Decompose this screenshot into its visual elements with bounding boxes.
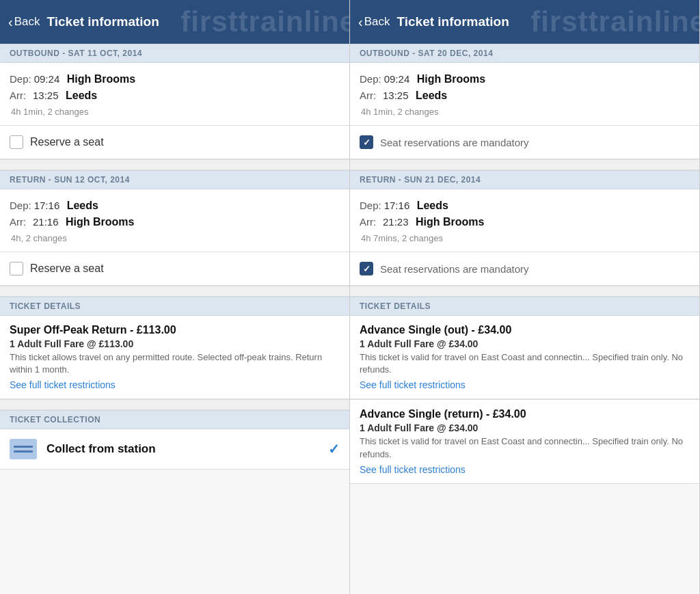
right-back-chevron-icon: ‹ [358,15,363,29]
left-outbound-dep-time: 09:24 [34,72,64,87]
left-collection-icon-line1 [14,446,33,448]
right-header-title: Ticket information [396,14,509,29]
right-outbound-journey-card: Dep: 09:24 High Brooms Arr: 13:25 Leeds … [350,63,699,126]
right-outbound-section-label: OUTBOUND - SAT 20 DEC, 2014 [350,44,699,63]
right-spacer-1 [350,159,699,170]
right-return-dep-station: Leeds [417,198,448,214]
left-return-arr-station: High Brooms [66,214,134,230]
right-return-mandatory-checkbox [360,262,373,275]
left-return-times: Dep: 17:16 Leeds Arr: 21:16 High Brooms [10,198,340,230]
left-return-reserve-row[interactable]: Reserve a seat [0,252,349,286]
right-outbound-dep-row: Dep: 09:24 High Brooms [360,71,690,87]
left-collection-checkmark-icon: ✓ [328,441,340,457]
left-outbound-meta: 4h 1min, 2 changes [11,107,340,117]
left-outbound-dep-station: High Brooms [67,71,135,87]
left-ticket-details-card: Super Off-Peak Return - £113.00 1 Adult … [0,316,349,399]
left-return-meta: 4h, 2 changes [11,233,340,243]
right-outbound-mandatory-row: Seat reservations are mandatory [350,126,699,159]
right-return-dep-label: Dep: [360,198,381,214]
left-ticket-desc: This ticket allows travel on any permitt… [10,351,340,376]
left-outbound-section-label: OUTBOUND - SAT 11 OCT, 2014 [0,44,349,63]
left-outbound-reserve-row[interactable]: Reserve a seat [0,126,349,159]
left-collection-label: Collect from station [46,442,319,456]
right-return-arr-row: Arr: 21:23 High Brooms [360,214,690,230]
left-outbound-arr-row: Arr: 13:25 Leeds [10,87,340,104]
left-return-journey-card: Dep: 17:16 Leeds Arr: 21:16 High Brooms … [0,189,349,252]
left-back-chevron-icon: ‹ [8,15,13,29]
right-outbound-dep-station: High Brooms [417,71,485,87]
left-ticket-fare: 1 Adult Full Fare @ £113.00 [10,338,340,349]
right-ticket2-fare: 1 Adult Full Fare @ £34.00 [360,422,690,433]
left-ticket-details-label: TICKET DETAILS [0,297,349,316]
right-header: ‹ Back Ticket information firsttrainline [350,0,699,44]
left-outbound-dep-row: Dep: 09:24 High Brooms [10,71,340,87]
right-ticket1-card: Advance Single (out) - £34.00 1 Adult Fu… [350,316,699,399]
right-return-dep-row: Dep: 17:16 Leeds [360,198,690,214]
left-spacer-1 [0,159,349,170]
left-collection-icon [10,439,37,459]
right-return-arr-time: 21:23 [383,215,413,230]
left-outbound-times: Dep: 09:24 High Brooms Arr: 13:25 Leeds [10,71,340,104]
left-ticket-name: Super Off-Peak Return - £113.00 [10,324,340,336]
left-return-dep-station: Leeds [67,198,98,214]
left-collection-card[interactable]: Collect from station ✓ [0,429,349,470]
left-return-arr-time: 21:16 [33,215,63,230]
left-return-reserve-checkbox[interactable] [10,262,23,275]
left-header: ‹ Back Ticket information firsttrainline [0,0,349,44]
left-return-arr-label: Arr: [10,215,30,230]
right-back-button[interactable]: ‹ Back [358,15,390,29]
left-return-dep-time: 17:16 [34,198,64,214]
right-ticket2-link[interactable]: See full ticket restrictions [360,464,690,475]
left-outbound-reserve-checkbox[interactable] [10,135,23,149]
left-return-arr-row: Arr: 21:16 High Brooms [10,214,340,230]
right-ticket1-fare: 1 Adult Full Fare @ £34.00 [360,338,690,349]
left-outbound-reserve-label: Reserve a seat [30,136,104,148]
left-return-dep-label: Dep: [10,198,31,214]
left-header-title: Ticket information [46,14,159,29]
right-ticket1-link[interactable]: See full ticket restrictions [360,379,690,390]
right-return-mandatory-label: Seat reservations are mandatory [380,263,529,275]
right-ticket1-name: Advance Single (out) - £34.00 [360,324,690,336]
right-outbound-times: Dep: 09:24 High Brooms Arr: 13:25 Leeds [360,71,690,104]
left-back-button[interactable]: ‹ Back [8,15,40,29]
right-return-arr-label: Arr: [360,215,380,230]
right-spacer-2 [350,286,699,297]
right-return-section-label: RETURN - SUN 21 DEC, 2014 [350,170,699,189]
right-ticket2-desc: This ticket is valid for travel on East … [360,435,690,460]
left-spacer-2 [0,286,349,297]
left-collection-section-label: TICKET COLLECTION [0,410,349,429]
right-return-meta: 4h 7mins, 2 changes [361,233,690,243]
right-outbound-arr-row: Arr: 13:25 Leeds [360,87,690,104]
right-ticket2-card: Advance Single (return) - £34.00 1 Adult… [350,400,699,483]
right-outbound-arr-station: Leeds [416,87,447,104]
right-return-journey-card: Dep: 17:16 Leeds Arr: 21:23 High Brooms … [350,189,699,252]
right-outbound-dep-label: Dep: [360,72,381,87]
right-panel: ‹ Back Ticket information firsttrainline… [350,0,700,594]
left-back-label: Back [14,15,40,29]
right-outbound-arr-time: 13:25 [383,88,413,104]
left-outbound-arr-label: Arr: [10,88,30,104]
left-outbound-journey-card: Dep: 09:24 High Brooms Arr: 13:25 Leeds … [0,63,349,126]
right-return-times: Dep: 17:16 Leeds Arr: 21:23 High Brooms [360,198,690,230]
right-return-dep-time: 17:16 [384,198,414,214]
left-outbound-arr-time: 13:25 [33,88,63,104]
left-outbound-dep-label: Dep: [10,72,31,87]
right-return-arr-station: High Brooms [416,214,484,230]
left-header-watermark: firsttrainline [180,5,349,38]
left-ticket-link[interactable]: See full ticket restrictions [10,379,340,390]
right-ticket-details-label: TICKET DETAILS [350,297,699,316]
right-outbound-arr-label: Arr: [360,88,380,104]
right-content: OUTBOUND - SAT 20 DEC, 2014 Dep: 09:24 H… [350,44,699,484]
right-outbound-mandatory-checkbox [360,135,373,149]
right-back-label: Back [364,15,390,29]
left-panel: ‹ Back Ticket information firsttrainline… [0,0,350,594]
right-return-mandatory-row: Seat reservations are mandatory [350,252,699,286]
right-header-watermark: firsttrainline [530,5,699,38]
right-outbound-mandatory-label: Seat reservations are mandatory [380,137,529,148]
left-outbound-arr-station: Leeds [66,87,97,104]
right-outbound-dep-time: 09:24 [384,72,414,87]
left-spacer-3 [0,399,349,410]
left-return-reserve-label: Reserve a seat [30,262,104,275]
left-return-section-label: RETURN - SUN 12 OCT, 2014 [0,170,349,189]
right-outbound-meta: 4h 1min, 2 changes [361,107,690,117]
